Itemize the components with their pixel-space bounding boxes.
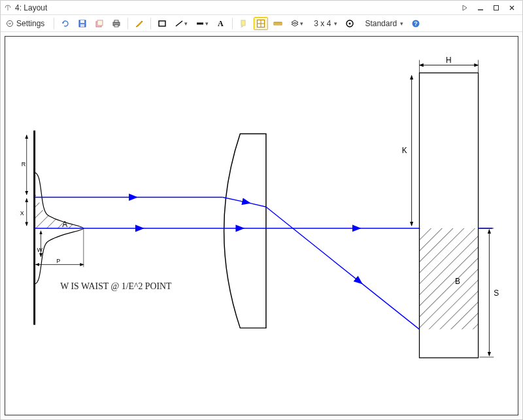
label-A: A <box>62 220 67 229</box>
rectangle-tool[interactable] <box>155 17 169 30</box>
pin-button[interactable] <box>457 3 473 13</box>
dimension-K: K <box>402 75 412 226</box>
close-button[interactable] <box>504 3 520 13</box>
help-button[interactable]: ? <box>409 17 423 30</box>
dimension-R: R <box>22 135 27 194</box>
svg-rect-14 <box>114 20 118 22</box>
grid-toggle[interactable] <box>254 17 268 30</box>
save-button[interactable] <box>75 17 90 30</box>
ruler-tool[interactable] <box>271 17 285 30</box>
settings-dropdown[interactable]: Settings <box>3 17 50 30</box>
svg-text:P: P <box>56 258 60 264</box>
copy-button[interactable] <box>92 17 107 30</box>
titlebar: 4: Layout <box>1 1 522 15</box>
svg-text:W: W <box>37 247 43 253</box>
refresh-button[interactable] <box>58 17 73 30</box>
detector-block: B <box>419 73 478 357</box>
settings-label: Settings <box>14 19 47 28</box>
dimension-S: S <box>480 228 499 357</box>
svg-text:A: A <box>218 19 224 28</box>
svg-point-33 <box>349 22 351 24</box>
lens <box>224 133 266 328</box>
drawing-canvas[interactable]: A R X W <box>5 36 518 415</box>
target-tool[interactable] <box>343 17 357 30</box>
canvas-area[interactable]: A R X W <box>1 32 522 419</box>
svg-rect-3 <box>494 5 499 10</box>
svg-rect-12 <box>97 20 103 26</box>
dimension-H: H <box>419 56 478 73</box>
dimension-X: X <box>20 198 27 226</box>
dimension-W: W <box>37 231 43 257</box>
optical-layout-diagram: A R X W <box>5 37 518 415</box>
waist-annotation: W IS WAIST @ 1/E^2 POINT <box>60 281 172 291</box>
svg-rect-10 <box>80 24 84 27</box>
maximize-button[interactable] <box>488 3 504 13</box>
svg-text:H: H <box>446 56 452 65</box>
svg-line-51 <box>359 281 419 329</box>
svg-text:R: R <box>22 161 26 167</box>
svg-rect-15 <box>114 25 118 27</box>
svg-text:X: X <box>20 210 24 217</box>
label-B: B <box>455 277 460 286</box>
standard-label: Standard <box>362 19 399 28</box>
print-button[interactable] <box>109 17 124 30</box>
svg-line-49 <box>246 202 266 207</box>
svg-text:?: ? <box>414 20 418 27</box>
grid-size-label: 3 x 4 <box>311 19 333 28</box>
svg-rect-16 <box>159 21 165 26</box>
svg-line-48 <box>223 197 247 202</box>
window-title: 4: Layout <box>15 3 47 12</box>
svg-rect-20 <box>241 20 245 26</box>
svg-line-50 <box>266 207 360 281</box>
line-tool[interactable]: ▾ <box>172 17 190 30</box>
minimize-button[interactable] <box>473 3 488 13</box>
svg-text:S: S <box>494 289 499 298</box>
svg-rect-9 <box>80 20 84 23</box>
text-tool[interactable]: A <box>214 17 228 30</box>
toolbar: Settings ▾ ▾ A <box>1 15 522 32</box>
standard-dropdown[interactable]: Standard ▾ <box>360 17 406 30</box>
svg-line-17 <box>176 21 182 26</box>
thick-line-tool[interactable]: ▾ <box>193 17 211 30</box>
svg-rect-59 <box>419 228 478 329</box>
svg-marker-1 <box>463 5 467 10</box>
pencil-tool[interactable] <box>132 17 146 30</box>
grid-size-dropdown[interactable]: 3 x 4 ▾ <box>309 17 340 30</box>
app-icon <box>3 3 12 12</box>
layers-dropdown[interactable]: ▾ <box>288 17 306 30</box>
svg-point-6 <box>7 20 13 26</box>
highlight-tool[interactable] <box>237 17 251 30</box>
dimension-P: P <box>36 228 84 267</box>
svg-text:K: K <box>402 146 407 155</box>
